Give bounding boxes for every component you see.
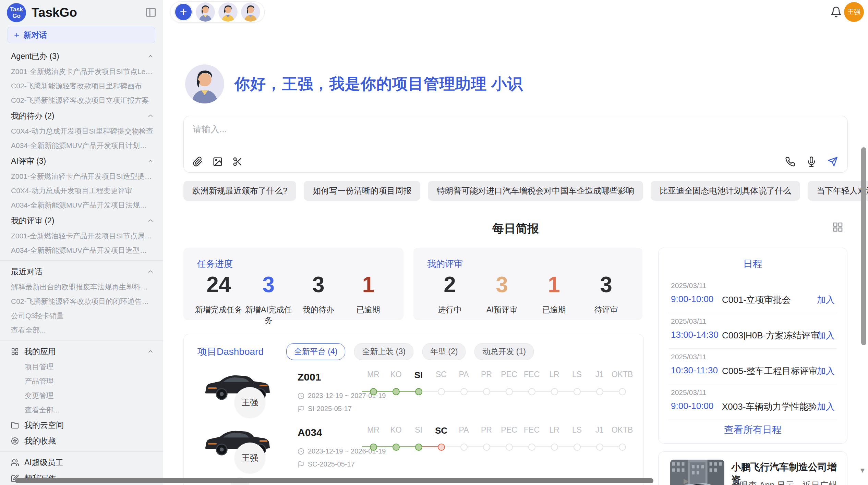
sidebar-item[interactable]: C0X4-动力总成开发项目工程变更评审 (0, 184, 163, 198)
sidebar-item[interactable]: C02-飞腾新能源轻客改款项目里程碑画布 (0, 79, 163, 93)
scroll-right-arrow[interactable]: ▶ (684, 477, 689, 485)
section-my-review[interactable]: 我的评审 (2) (0, 212, 163, 229)
suggestion-chip[interactable]: 比亚迪全固态电池计划具体说了什么 (651, 181, 800, 201)
card-title: 任务进度 (197, 258, 233, 270)
attachment-icon[interactable] (193, 157, 203, 167)
section-ai-review[interactable]: AI评审 (3) (0, 153, 163, 169)
sidebar-item-cloud-space[interactable]: 我的云空间 (0, 417, 163, 433)
assistant-avatar (185, 64, 224, 103)
join-link[interactable]: 加入 (817, 294, 835, 306)
scroll-down-arrow[interactable]: ▼ (859, 467, 866, 474)
apps-view-all[interactable]: 查看全部... (0, 403, 163, 417)
agent-avatar-2[interactable] (218, 2, 238, 22)
join-link[interactable]: 加入 (817, 401, 835, 413)
milestone-label: OKTB (611, 370, 634, 381)
milestone-dot-alert (438, 444, 445, 451)
sidebar-collapse-icon[interactable] (145, 7, 157, 18)
vertical-scrollbar[interactable] (861, 147, 866, 345)
project-row-z001[interactable]: 王强 Z001 2023-12-19 ~ 2027-01-19 SI-2025-… (184, 367, 644, 421)
milestone-dot-todo (596, 388, 603, 395)
sidebar-item-ai-super-staff[interactable]: AI超级员工 (0, 455, 163, 470)
logo-text-line2: Go (12, 13, 21, 19)
sidebar-item[interactable]: C02-飞腾新能源轻客改款项目立项汇报方案 (0, 93, 163, 108)
tab-all-new-body[interactable]: 全新上装 (3) (354, 343, 413, 360)
tab-powertrain-dev[interactable]: 动总开发 (1) (474, 343, 534, 360)
tab-model-year[interactable]: 年型 (2) (422, 343, 466, 360)
recent-chat-item[interactable]: 解释最新出台的欧盟报废车法规再生塑料比例被调至15%... (0, 280, 163, 294)
section-my-apps[interactable]: 我的应用 (0, 343, 163, 360)
sidebar-header: Task Go TaskGo (0, 0, 163, 25)
tab-all-new-platform[interactable]: 全新平台 (4) (286, 343, 346, 360)
microphone-icon[interactable] (806, 157, 817, 167)
clock-icon (298, 448, 304, 455)
flag-icon (298, 406, 304, 412)
event-date: 2025/03/11 (671, 388, 835, 397)
sidebar-item[interactable]: Z001-全新燃油轻卡产品开发项目SI造型提交物评审 (0, 169, 163, 184)
milestone-timeline: MR KO SI SC PA PR PEC FEC LR LS J1 OKTB (362, 425, 634, 455)
sidebar-item[interactable]: A034-全新新能源MUV产品开发项目计划变更表编写 (0, 138, 163, 153)
milestone-label: PEC (498, 425, 520, 436)
my-review-card: 我的评审 2 进行中 3 AI预评审 1 已逾期 3 待评审 (413, 248, 642, 320)
recent-chat-item[interactable]: 公司Q3轻卡销量 (0, 309, 163, 323)
grid-icon (11, 348, 19, 356)
section-agent-done[interactable]: Agent已办 (3) (0, 48, 163, 64)
chat-input[interactable] (193, 122, 707, 137)
send-icon[interactable] (828, 157, 838, 167)
milestone-label-active: SC (430, 425, 453, 436)
agent-switcher: + (170, 1, 265, 23)
daily-briefing-header: 每日简报 (163, 221, 868, 237)
suggestion-chip[interactable]: 欧洲新规最近颁布了什么? (183, 181, 296, 201)
recent-chats-view-all[interactable]: 查看全部... (0, 323, 163, 337)
event-time: 13:00-14:30 (671, 329, 719, 340)
app-item-product-mgmt[interactable]: 产品管理 (0, 374, 163, 388)
app-item-change-mgmt[interactable]: 变更管理 (0, 388, 163, 403)
flag-icon (298, 461, 304, 468)
view-all-schedule-link[interactable]: 查看所有日程 (659, 423, 847, 436)
chevron-up-icon[interactable] (147, 158, 154, 164)
milestone-label: FEC (520, 425, 543, 436)
app-item-project-mgmt[interactable]: 项目管理 (0, 360, 163, 374)
notification-bell-icon[interactable] (830, 6, 842, 18)
chevron-up-icon[interactable] (147, 268, 154, 275)
project-row-a034[interactable]: 王强 A034 2023-12-19 ~ 2026-01-19 SC-2025-… (184, 423, 644, 477)
recent-chat-item[interactable]: C02-飞腾新能源轻客改款项目的闭环通告反馈情况 (0, 294, 163, 309)
suggestion-chip[interactable]: 如何写一份清晰的项目周报 (304, 181, 420, 201)
milestone-dot-done (415, 388, 422, 395)
chevron-up-icon[interactable] (147, 53, 154, 60)
chevron-up-icon[interactable] (147, 112, 154, 119)
milestone-label: MR (362, 370, 385, 381)
sidebar-item-favorites[interactable]: 我的收藏 (0, 433, 163, 449)
sidebar-item[interactable]: A034-全新新能源MUV产品开发项目造型可行性评审 (0, 243, 163, 258)
new-chat-button[interactable]: + 新对话 (8, 27, 155, 43)
phone-call-icon[interactable] (785, 157, 795, 167)
project-owner-badge: 王强 (234, 443, 265, 473)
chevron-up-icon[interactable] (147, 348, 154, 355)
join-link[interactable]: 加入 (817, 365, 835, 377)
milestone-label: OKTB (611, 425, 634, 436)
suggestion-chip[interactable]: 当下年轻人对汽车外观有怎样的喜好趋势 (808, 181, 868, 201)
horizontal-scrollbar[interactable] (15, 478, 653, 483)
suggestion-chip[interactable]: 特朗普可能对进口汽车增税会对中国车企造成哪些影响 (428, 181, 643, 201)
news-image (670, 459, 724, 485)
section-my-todo[interactable]: 我的待办 (2) (0, 108, 163, 124)
image-icon[interactable] (213, 157, 223, 167)
metric-my-todo: 3 我的待办 (293, 272, 343, 326)
sidebar-item[interactable]: Z001-全新燃油皮卡产品开发项目SI节点Lesson Learn报告 (0, 64, 163, 79)
sidebar-item[interactable]: C0X4-动力总成开发项目SI里程碑提交物检查 (0, 124, 163, 138)
sidebar-item[interactable]: A034-全新新能源MUV产品开发项目法规符合性评审 (0, 198, 163, 212)
agent-avatar-3[interactable] (241, 2, 260, 22)
agent-avatar-1[interactable] (196, 2, 215, 22)
section-recent-chats[interactable]: 最近对话 (0, 263, 163, 280)
scissors-icon[interactable] (232, 157, 243, 167)
clock-icon (298, 393, 304, 399)
add-agent-button[interactable]: + (174, 3, 192, 21)
event-name: C003|H0B-方案冻结评审 (722, 329, 819, 341)
sidebar-item[interactable]: Z001-全新燃油轻卡产品开发项目SI节点属性5D文件评审 (0, 229, 163, 243)
milestone-dot-todo (460, 444, 468, 451)
join-link[interactable]: 加入 (817, 329, 835, 341)
chevron-up-icon[interactable] (147, 217, 154, 224)
divider (0, 340, 163, 340)
user-avatar[interactable]: 王强 (844, 2, 864, 22)
layout-grid-icon[interactable] (832, 222, 843, 233)
logo-text-line1: Task (10, 6, 23, 13)
